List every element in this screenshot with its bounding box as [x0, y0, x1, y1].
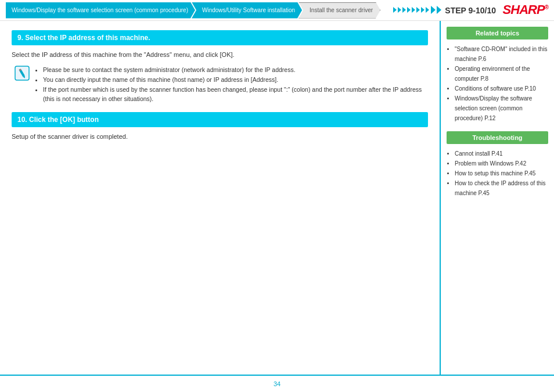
troubleshoot-item-3[interactable]: How to setup this machine P.45 — [455, 168, 548, 178]
step9-heading: 9. Select the IP address of this machine… — [12, 30, 428, 45]
step-area: STEP 9-10/10 — [393, 6, 496, 15]
troubleshoot-item-1[interactable]: Cannot install P.41 — [455, 149, 548, 159]
breadcrumb-label-3: Install the scanner driver — [310, 7, 373, 13]
troubleshoot-item-4[interactable]: How to check the IP address of this mach… — [455, 178, 548, 198]
main-layout: 9. Select the IP address of this machine… — [0, 21, 554, 375]
note-item-2: You can directly input the name of this … — [43, 75, 428, 85]
note-item-1: Please be sure to contact the system adm… — [43, 65, 428, 75]
step10-desc: Setup of the scanner driver is completed… — [12, 133, 428, 140]
note-list: Please be sure to contact the system adm… — [35, 65, 428, 104]
troubleshoot-item-2[interactable]: Problem with Windows P.42 — [455, 159, 548, 168]
troubleshoot-list: Cannot install P.41 Problem with Windows… — [447, 149, 548, 198]
related-item-4[interactable]: Windows/Display the software selection s… — [455, 93, 548, 123]
step-label: STEP 9-10/10 — [445, 6, 496, 15]
footer: 34 — [0, 375, 554, 392]
breadcrumb-item-1[interactable]: Windows/Display the software selection s… — [6, 2, 195, 19]
note-icon — [14, 65, 30, 104]
step-arrows — [393, 7, 441, 14]
troubleshoot-title: Troubleshooting — [447, 131, 548, 144]
related-item-3[interactable]: Conditions of software use P.10 — [455, 84, 548, 93]
header: Windows/Display the software selection s… — [0, 0, 554, 21]
sidebar: Related topics "Software CD-ROM" include… — [441, 21, 554, 375]
note-content: Please be sure to contact the system adm… — [35, 65, 428, 104]
step10-heading: 10. Click the [OK] button — [12, 112, 428, 127]
breadcrumb-item-2[interactable]: Windows/Utility Software installation — [192, 2, 302, 19]
related-topics-title: Related topics — [447, 27, 548, 39]
breadcrumb-label-1: Windows/Display the software selection s… — [12, 7, 188, 13]
breadcrumb-nav: Windows/Display the software selection s… — [6, 2, 393, 19]
related-item-2[interactable]: Operating environment of the computer P.… — [455, 64, 548, 84]
related-item-1[interactable]: "Software CD-ROM" included in this machi… — [455, 44, 548, 64]
content-area: 9. Select the IP address of this machine… — [0, 21, 441, 375]
breadcrumb-label-2: Windows/Utility Software installation — [202, 7, 295, 13]
note-box: Please be sure to contact the system adm… — [12, 65, 428, 104]
page-number: 34 — [274, 380, 280, 387]
sharp-logo: SHARP® — [503, 2, 548, 17]
step9-desc: Select the IP address of this machine fr… — [12, 51, 428, 58]
related-topics-list: "Software CD-ROM" included in this machi… — [447, 44, 548, 123]
note-item-3: If the port number which is used by the … — [43, 85, 428, 105]
breadcrumb-item-3[interactable]: Install the scanner driver — [298, 2, 380, 19]
